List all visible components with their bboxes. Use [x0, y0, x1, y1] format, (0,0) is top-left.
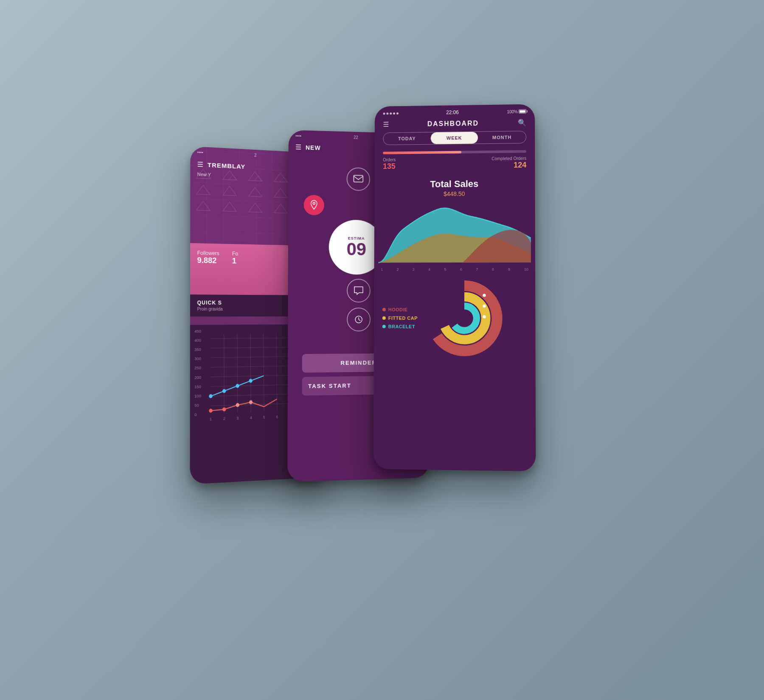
legend-bracelet: BRACELET: [382, 324, 418, 329]
svg-point-36: [222, 389, 226, 393]
svg-text:2: 2: [223, 416, 225, 421]
completed-orders-label: Completed Orders: [492, 156, 526, 161]
orders-labels: Orders 135 Completed Orders 124: [383, 156, 526, 171]
progress-bar-inner: [383, 151, 461, 154]
svg-text:4: 4: [250, 415, 252, 420]
orders-section: Orders 135 Completed Orders 124: [374, 150, 535, 171]
legend-hoodie: HOODIE: [382, 307, 418, 312]
svg-marker-11: [223, 186, 236, 196]
orders-value: 135: [383, 162, 396, 171]
chat-icon-circle[interactable]: [347, 279, 371, 302]
svg-line-55: [359, 319, 360, 321]
svg-marker-18: [274, 204, 287, 213]
area-chart: [378, 199, 531, 267]
task-start-label: TASK START: [308, 382, 351, 389]
followers-label: Followers: [197, 250, 219, 256]
svg-line-31: [264, 333, 264, 412]
followers-stat: Followers 9.882: [197, 250, 219, 265]
front-time: 22:06: [446, 109, 459, 115]
chart-y-labels: 450400350300250 200150100500: [194, 329, 201, 417]
phone-front: 22:06 100% ☰ DASHBOARD 🔍 TODAY WEEK MONT…: [374, 104, 536, 471]
svg-point-60: [483, 294, 486, 297]
extra-icon-circle[interactable]: [347, 308, 371, 331]
svg-marker-10: [197, 185, 210, 195]
orders-label: Orders: [383, 157, 396, 162]
svg-point-40: [222, 407, 226, 411]
svg-point-42: [249, 400, 253, 404]
donut-chart: [426, 280, 503, 357]
completed-orders-value: 124: [492, 161, 526, 170]
mid-hamburger-icon[interactable]: ☰: [295, 143, 301, 151]
svg-text:3: 3: [237, 416, 239, 420]
mid-status-time: 22: [354, 135, 358, 140]
back-status-dots: ••••: [197, 150, 203, 154]
mail-icon-circle[interactable]: [347, 167, 370, 191]
svg-line-29: [237, 333, 238, 412]
svg-point-61: [483, 305, 486, 308]
back-app-title: TREMBLAY: [208, 161, 245, 170]
quick-title: QUICK S: [197, 300, 222, 306]
area-chart-section: [374, 199, 535, 267]
svg-marker-16: [223, 202, 236, 212]
donut-legend: HOODIE FITTED CAP BRACELET: [382, 307, 418, 329]
total-sales-value: $448.50: [383, 190, 527, 198]
svg-marker-17: [249, 203, 262, 213]
search-icon[interactable]: 🔍: [518, 118, 526, 126]
fo-label: Fo: [232, 251, 238, 257]
svg-rect-51: [354, 175, 363, 182]
mid-status-dots: ••••: [295, 134, 301, 138]
hoodie-label: HOODIE: [388, 307, 408, 312]
phones-container: •••• 2 100% ☰ TREMBLAY New Y Followers 9…: [191, 95, 573, 605]
donut-chart-container: [426, 280, 503, 357]
tab-today[interactable]: TODAY: [383, 132, 430, 145]
status-dots: [383, 112, 399, 114]
battery-fill: [520, 110, 525, 113]
bracelet-label: BRACELET: [388, 324, 415, 329]
donut-section: HOODIE FITTED CAP BRACELET: [374, 276, 536, 361]
svg-point-39: [209, 409, 213, 412]
svg-marker-15: [197, 201, 210, 211]
chart-x-labels: 12345 678910: [374, 267, 536, 272]
fitted-cap-dot: [382, 316, 386, 320]
svg-line-30: [250, 333, 251, 412]
total-sales-title: Total Sales: [383, 178, 526, 190]
hoodie-dot: [382, 308, 386, 311]
bracelet-dot: [382, 325, 386, 328]
legend-fitted-cap: FITTED CAP: [382, 316, 418, 321]
location-icon-circle[interactable]: [304, 195, 324, 215]
svg-point-35: [209, 394, 213, 398]
svg-point-52: [313, 202, 315, 204]
orders-stat: Orders 135: [383, 157, 396, 171]
followers-value: 9.882: [197, 256, 219, 265]
back-status-time: 2: [254, 153, 256, 157]
quick-sub: Proin gravida: [197, 307, 222, 311]
mid-app-title: NEW: [306, 144, 321, 151]
tab-week[interactable]: WEEK: [430, 132, 478, 144]
svg-text:5: 5: [263, 415, 265, 420]
svg-point-59: [457, 311, 472, 326]
svg-text:6: 6: [276, 414, 278, 419]
fo-value: 1: [232, 257, 238, 266]
svg-line-28: [224, 334, 225, 413]
svg-marker-13: [274, 188, 287, 197]
hamburger-icon[interactable]: ☰: [197, 160, 203, 168]
front-header: ☰ DASHBOARD 🔍: [375, 117, 535, 133]
svg-point-37: [236, 384, 239, 388]
svg-point-38: [249, 379, 252, 383]
tab-month[interactable]: MONTH: [478, 131, 526, 143]
svg-text:1: 1: [210, 417, 212, 421]
fo-stat: Fo 1: [232, 251, 238, 266]
svg-point-41: [236, 403, 239, 407]
svg-marker-12: [249, 187, 262, 197]
battery-indicator: 100%: [507, 109, 526, 114]
front-hamburger-icon[interactable]: ☰: [383, 120, 389, 129]
front-app-title: DASHBOARD: [427, 119, 479, 127]
estimate-value: 09: [346, 241, 366, 258]
progress-bar-outer: [383, 150, 526, 154]
tabs-row: TODAY WEEK MONTH: [383, 131, 526, 145]
total-sales-section: Total Sales $448.50: [374, 174, 535, 201]
fitted-cap-label: FITTED CAP: [388, 316, 418, 321]
battery-icon: [519, 109, 526, 114]
completed-orders-stat: Completed Orders 124: [492, 156, 526, 170]
battery-pct: 100%: [507, 109, 518, 114]
